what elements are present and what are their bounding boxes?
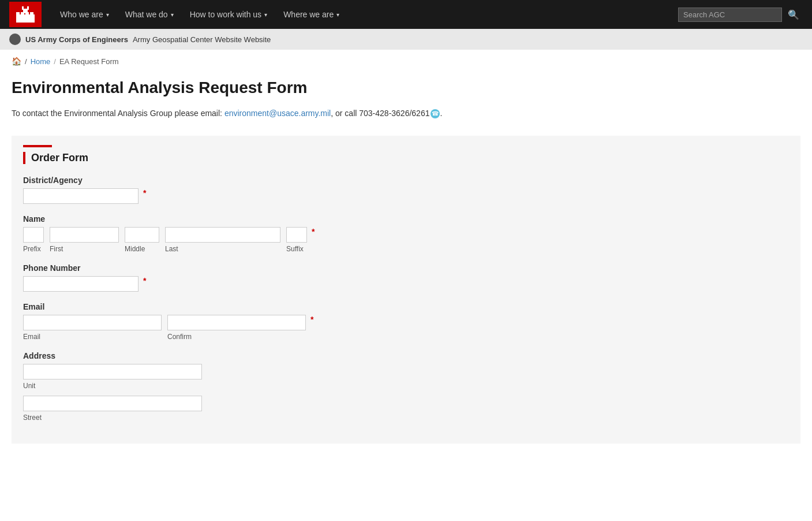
phone-icon: ☎ (431, 109, 440, 118)
svg-rect-4 (30, 12, 33, 16)
unit-input[interactable] (23, 364, 202, 379)
middle-name-field: Middle (125, 227, 159, 253)
site-name: Army Geospatial Center Website Website (133, 35, 271, 44)
email-label: Email (23, 302, 789, 311)
confirm-field-label: Confirm (167, 333, 306, 341)
last-name-input[interactable] (165, 227, 280, 243)
contact-text-before: To contact the Environmental Analysis Gr… (12, 109, 224, 118)
prefix-field: Prefix (23, 227, 44, 253)
order-form-section: Order Form District/Agency * Name Prefix (12, 136, 800, 444)
nav-where-we-are[interactable]: Where we are ▾ (276, 0, 346, 29)
email-row-wrapper: Email Confirm * (23, 315, 789, 341)
nav-who-we-are[interactable]: Who we are ▾ (53, 0, 116, 29)
dropdown-caret: ▾ (264, 12, 267, 18)
phone-row: * (23, 276, 789, 292)
phone-input[interactable] (23, 276, 139, 292)
dropdown-caret: ▾ (106, 12, 109, 18)
district-agency-group: District/Agency * (23, 176, 789, 204)
email-required: * (310, 315, 313, 324)
district-input[interactable] (23, 188, 139, 204)
suffix-input[interactable] (286, 227, 307, 243)
navbar: Who we are ▾ What we do ▾ How to work wi… (0, 0, 812, 29)
middle-name-input[interactable] (125, 227, 159, 243)
street-label: Street (23, 414, 789, 422)
site-logo[interactable] (9, 2, 42, 27)
email-fields-row: Email Confirm (23, 315, 306, 341)
nav-what-we-do[interactable]: What we do ▾ (118, 0, 181, 29)
svg-rect-1 (16, 12, 20, 16)
confirm-email-field: Confirm (167, 315, 306, 341)
prefix-label: Prefix (23, 245, 44, 253)
confirm-email-input[interactable] (167, 315, 306, 330)
district-label: District/Agency (23, 176, 789, 185)
nav-how-to-work[interactable]: How to work with us ▾ (183, 0, 274, 29)
contact-text-after: , or call 703-428-3626/6261 (331, 109, 429, 118)
street-input[interactable] (23, 396, 202, 411)
name-group: Name Prefix First Middle (23, 214, 789, 253)
suffix-field: Suffix (286, 227, 307, 253)
district-required: * (143, 188, 146, 198)
breadcrumb-separator: / (25, 57, 27, 66)
email-group: Email Email Confirm * (23, 302, 789, 341)
unit-label: Unit (23, 382, 789, 390)
suffix-label: Suffix (286, 245, 307, 253)
breadcrumb: 🏠 / Home / EA Request Form (0, 50, 812, 73)
nav-menu: Who we are ▾ What we do ▾ How to work wi… (53, 0, 678, 29)
red-accent-bar (23, 145, 52, 147)
dropdown-caret: ▾ (336, 12, 339, 18)
svg-rect-5 (23, 9, 28, 13)
contact-info: To contact the Environmental Analysis Gr… (12, 109, 800, 118)
svg-rect-7 (27, 6, 29, 10)
first-label: First (50, 245, 119, 253)
address-label: Address (23, 351, 789, 360)
svg-rect-0 (16, 14, 35, 23)
sub-header: US Army Corps of Engineers Army Geospati… (0, 29, 812, 50)
last-label: Last (165, 245, 280, 253)
breadcrumb-current: EA Request Form (59, 57, 119, 66)
address-group: Address Unit Street (23, 351, 789, 422)
dropdown-caret: ▾ (171, 12, 174, 18)
search-area: 🔍 (678, 7, 803, 23)
last-name-field: Last (165, 227, 280, 253)
unit-field: Unit (23, 364, 789, 390)
phone-required: * (143, 276, 146, 285)
prefix-input[interactable] (23, 227, 44, 243)
phone-group: Phone Number * (23, 263, 789, 292)
name-fields-row: Prefix First Middle Last (23, 227, 307, 253)
name-row-wrapper: Prefix First Middle Last (23, 227, 789, 253)
email-field-group: Email (23, 315, 162, 341)
district-row: * (23, 188, 789, 204)
email-input[interactable] (23, 315, 162, 330)
phone-label: Phone Number (23, 263, 789, 273)
breadcrumb-home[interactable]: Home (31, 57, 51, 66)
home-icon: 🏠 (12, 57, 21, 66)
page-title: Environmental Analysis Request Form (12, 79, 800, 97)
breadcrumb-separator2: / (54, 57, 56, 66)
middle-label: Middle (125, 245, 159, 253)
page-content: Environmental Analysis Request Form To c… (0, 73, 812, 478)
svg-rect-6 (22, 6, 24, 10)
first-name-field: First (50, 227, 119, 253)
order-form-title: Order Form (23, 152, 789, 164)
search-button[interactable]: 🔍 (784, 7, 803, 23)
name-label: Name (23, 214, 789, 224)
org-name: US Army Corps of Engineers (25, 35, 128, 44)
search-input[interactable] (678, 8, 782, 22)
name-required: * (312, 227, 315, 236)
street-field: Street (23, 396, 789, 422)
email-field-label: Email (23, 333, 162, 341)
org-logo (9, 34, 21, 45)
first-name-input[interactable] (50, 227, 119, 243)
contact-email[interactable]: environment@usace.army.mil (224, 109, 331, 118)
